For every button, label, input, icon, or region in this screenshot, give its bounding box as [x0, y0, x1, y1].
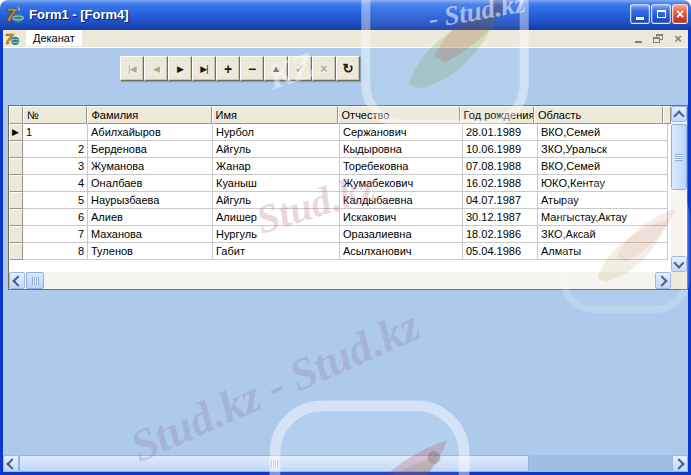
cell-surname[interactable]: Туленов [88, 243, 213, 260]
cell-birth_date[interactable]: 16.02.1988 [463, 175, 538, 192]
cell-region[interactable]: Алматы [538, 243, 668, 260]
mdi-scroll-right-button[interactable] [672, 455, 688, 472]
grid-column-header[interactable]: Год рождения [460, 106, 534, 124]
cell-region[interactable]: ЗКО,Аксай [538, 226, 668, 243]
cell-num[interactable]: 8 [23, 243, 88, 260]
cell-surname[interactable]: Маханова [88, 226, 213, 243]
cell-num[interactable]: 7 [23, 226, 88, 243]
titlebar[interactable]: 7 Form1 - [Form4] × [0, 0, 691, 30]
cell-patronymic[interactable]: Калдыбаевна [340, 192, 463, 209]
cell-patronymic[interactable]: Сержанович [340, 124, 463, 141]
cell-birth_date[interactable]: 07.08.1988 [463, 158, 538, 175]
cell-birth_date[interactable]: 10.06.1989 [463, 141, 538, 158]
cell-patronymic[interactable]: Торебековна [340, 158, 463, 175]
grid-column-header[interactable]: Имя [212, 106, 338, 124]
chevron-left-icon [12, 275, 23, 286]
nav-insert-button[interactable]: + [216, 56, 240, 81]
maximize-icon [657, 10, 666, 18]
cell-birth_date[interactable]: 18.02.1986 [463, 226, 538, 243]
cell-surname[interactable]: Наурызбаева [88, 192, 213, 209]
nav-last-button[interactable]: ▶| [192, 56, 216, 81]
table-row[interactable]: 6АлиевАлишерИскакович30.12.1987Мангыстау… [9, 209, 671, 226]
cell-region[interactable]: Мангыстау,Актау [538, 209, 668, 226]
table-row[interactable]: 8ТуленовГабитАсылханович05.04.1986Алматы [9, 243, 671, 260]
cell-birth_date[interactable]: 30.12.1987 [463, 209, 538, 226]
cell-name[interactable]: Габит [213, 243, 340, 260]
scroll-up-button[interactable] [671, 106, 687, 122]
cell-surname[interactable]: Оналбаев [88, 175, 213, 192]
mdi-restore-button[interactable] [650, 32, 666, 45]
nav-first-button: |◀ [120, 56, 144, 81]
cell-patronymic[interactable]: Кыдыровна [340, 141, 463, 158]
cell-birth_date[interactable]: 04.07.1987 [463, 192, 538, 209]
scroll-right-button[interactable] [655, 272, 671, 289]
cell-region[interactable]: ЮКО,Кентау [538, 175, 668, 192]
mdi-scroll-thumb[interactable] [19, 455, 529, 472]
cell-num[interactable]: 5 [23, 192, 88, 209]
minimize-button[interactable] [630, 4, 650, 24]
cell-name[interactable]: Нургуль [213, 226, 340, 243]
cell-surname[interactable]: Абилхайыров [88, 124, 213, 141]
cell-num[interactable]: 1 [23, 124, 88, 141]
mdi-scroll-track[interactable] [529, 455, 672, 472]
nav-prior-button: ◀ [144, 56, 168, 81]
cell-patronymic[interactable]: Искакович [340, 209, 463, 226]
cell-region[interactable]: ЗКО,Уральск [538, 141, 668, 158]
scroll-down-button[interactable] [671, 256, 687, 272]
delphi-form-icon[interactable]: 7 [5, 31, 21, 47]
table-row[interactable]: 7МахановаНургульОразалиевна18.02.1986ЗКО… [9, 226, 671, 243]
cell-num[interactable]: 6 [23, 209, 88, 226]
thumb-grip-icon [271, 460, 278, 468]
grid-column-header[interactable]: Фамилия [87, 106, 211, 124]
mdi-minimize-button[interactable] [630, 32, 646, 45]
scroll-left-button[interactable] [9, 272, 25, 289]
table-row[interactable]: 2БерденоваАйгульКыдыровна10.06.1989ЗКО,У… [9, 141, 671, 158]
grid-vertical-scrollbar[interactable] [671, 106, 687, 272]
mdi-close-button[interactable]: × [670, 32, 686, 45]
cell-num[interactable]: 4 [23, 175, 88, 192]
table-row[interactable]: 5НаурызбаеваАйгульКалдыбаевна04.07.1987А… [9, 192, 671, 209]
mdi-horizontal-scrollbar[interactable] [3, 455, 688, 472]
cell-name[interactable]: Айгуль [213, 141, 340, 158]
grid-column-header[interactable]: Область [534, 106, 663, 124]
close-icon: × [676, 7, 684, 21]
cell-surname[interactable]: Алиев [88, 209, 213, 226]
mdi-scroll-left-button[interactable] [3, 455, 19, 472]
nav-edit-button[interactable]: ▲ [264, 56, 288, 81]
cell-num[interactable]: 3 [23, 158, 88, 175]
table-row[interactable]: 3ЖумановаЖанарТоребековна07.08.1988ВКО,С… [9, 158, 671, 175]
cell-num[interactable]: 2 [23, 141, 88, 158]
nav-refresh-button[interactable]: ↻ [336, 56, 360, 81]
cell-patronymic[interactable]: Асылханович [340, 243, 463, 260]
table-row[interactable]: ▶1АбилхайыровНурболСержанович28.01.1989В… [9, 124, 671, 141]
nav-next-button[interactable]: ▶ [168, 56, 192, 81]
cell-birth_date[interactable]: 05.04.1986 [463, 243, 538, 260]
cell-region[interactable]: ВКО,Семей [538, 124, 668, 141]
cell-region[interactable]: Атырау [538, 192, 668, 209]
cell-patronymic[interactable]: Жумабекович [340, 175, 463, 192]
cell-name[interactable]: Нурбол [213, 124, 340, 141]
menu-dekanat[interactable]: Деканат [26, 30, 82, 46]
cell-birth_date[interactable]: 28.01.1989 [463, 124, 538, 141]
grid-column-header[interactable]: Отчество [338, 106, 460, 124]
cell-name[interactable]: Алишер [213, 209, 340, 226]
cell-surname[interactable]: Жуманова [88, 158, 213, 175]
cell-patronymic[interactable]: Оразалиевна [340, 226, 463, 243]
grid-column-header[interactable]: № [23, 106, 88, 124]
grid-horizontal-scrollbar[interactable] [9, 272, 671, 289]
table-row[interactable]: 4ОналбаевКуанышЖумабекович16.02.1988ЮКО,… [9, 175, 671, 192]
cell-name[interactable]: Куаныш [213, 175, 340, 192]
cell-region[interactable]: ВКО,Семей [538, 158, 668, 175]
delphi-app-icon: 7 [6, 6, 24, 24]
horizontal-scroll-thumb[interactable] [26, 272, 44, 289]
grid-rows: ▶1АбилхайыровНурболСержанович28.01.1989В… [9, 124, 671, 260]
cell-surname[interactable]: Берденова [88, 141, 213, 158]
close-button[interactable]: × [672, 4, 688, 24]
nav-delete-button[interactable]: − [240, 56, 264, 81]
cell-name[interactable]: Айгуль [213, 192, 340, 209]
window-title: Form1 - [Form4] [29, 7, 129, 22]
vertical-scroll-thumb[interactable] [671, 124, 687, 190]
minimize-icon [636, 17, 644, 20]
cell-name[interactable]: Жанар [213, 158, 340, 175]
maximize-button[interactable] [651, 4, 671, 24]
